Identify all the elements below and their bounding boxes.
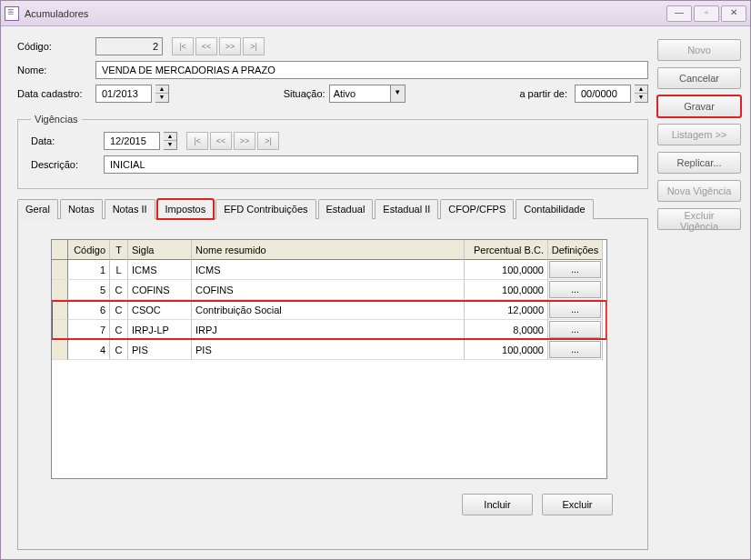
- maximize-button[interactable]: ▫: [694, 5, 719, 22]
- a-partir-de-field[interactable]: [575, 85, 631, 103]
- situacao-combo[interactable]: Ativo ▼: [329, 85, 406, 103]
- definicoes-button[interactable]: ...: [549, 301, 601, 318]
- table-row[interactable]: 4 C PIS PIS 100,0000 ...: [52, 340, 606, 360]
- vig-data-input[interactable]: [108, 135, 155, 147]
- row-header-cell[interactable]: [52, 300, 68, 320]
- cell-codigo[interactable]: 7: [68, 320, 110, 340]
- spin-up-icon[interactable]: ▲: [635, 85, 647, 94]
- descricao-field[interactable]: [104, 155, 638, 174]
- vig-data-field[interactable]: [104, 132, 160, 150]
- vig-data-spinner[interactable]: ▲ ▼: [164, 132, 177, 150]
- tab-geral[interactable]: Geral: [17, 199, 58, 219]
- cell-codigo[interactable]: 6: [68, 300, 110, 320]
- cell-perc[interactable]: 100,0000: [465, 280, 548, 300]
- row-header-cell[interactable]: [52, 260, 68, 280]
- data-cadastro-spinner[interactable]: ▲ ▼: [155, 85, 169, 103]
- definicoes-button[interactable]: ...: [549, 261, 601, 278]
- row-header-cell[interactable]: [52, 320, 68, 340]
- tab-cfop[interactable]: CFOP/CFPS: [440, 199, 514, 219]
- cell-codigo[interactable]: 1: [68, 260, 110, 280]
- table-row[interactable]: 6 C CSOC Contribuição Social 12,0000 ...: [52, 300, 606, 320]
- tab-contabilidade[interactable]: Contabilidade: [516, 199, 593, 219]
- nav-prev[interactable]: <<: [210, 132, 232, 150]
- tab-estadual[interactable]: Estadual: [318, 199, 374, 219]
- cell-t[interactable]: C: [110, 320, 128, 340]
- novo-button[interactable]: Novo: [657, 39, 741, 61]
- col-sigla[interactable]: Sigla: [128, 240, 192, 260]
- cell-nome[interactable]: COFINS: [192, 280, 465, 300]
- excluir-button[interactable]: Excluir: [542, 494, 613, 515]
- excluir-vigencia-button[interactable]: Excluir Vigência: [657, 208, 741, 230]
- col-def[interactable]: Definições: [548, 240, 603, 260]
- nav-last[interactable]: >|: [257, 132, 279, 150]
- nav-first[interactable]: |<: [172, 37, 194, 55]
- tab-impostos[interactable]: Impostos: [157, 199, 215, 219]
- spin-down-icon[interactable]: ▼: [155, 94, 168, 102]
- definicoes-button[interactable]: ...: [549, 281, 601, 298]
- cell-sigla[interactable]: IRPJ-LP: [128, 320, 192, 340]
- nav-prev[interactable]: <<: [195, 37, 217, 55]
- nav-next[interactable]: >>: [234, 132, 255, 150]
- table-row[interactable]: 1 L ICMS ICMS 100,0000 ...: [52, 260, 606, 280]
- cell-t[interactable]: C: [110, 300, 128, 320]
- data-cadastro-field[interactable]: [95, 85, 152, 103]
- a-partir-de-label: a partir de:: [519, 88, 567, 99]
- cell-t[interactable]: C: [110, 340, 128, 360]
- cell-sigla[interactable]: ICMS: [128, 260, 192, 280]
- nav-last[interactable]: >|: [243, 37, 265, 55]
- close-button[interactable]: ✕: [721, 5, 746, 22]
- tab-estadual-ii[interactable]: Estadual II: [375, 199, 438, 219]
- gravar-button[interactable]: Gravar: [657, 95, 741, 117]
- spin-down-icon[interactable]: ▼: [635, 94, 647, 102]
- cell-codigo[interactable]: 5: [68, 280, 110, 300]
- tab-efd[interactable]: EFD Contribuições: [215, 199, 315, 219]
- cell-perc[interactable]: 12,0000: [465, 300, 548, 320]
- cell-codigo[interactable]: 4: [68, 340, 110, 360]
- nav-next[interactable]: >>: [219, 37, 241, 55]
- listagem-button[interactable]: Listagem >>: [657, 124, 741, 145]
- cell-t[interactable]: C: [110, 280, 128, 300]
- cell-sigla[interactable]: PIS: [128, 340, 192, 360]
- tab-notas[interactable]: Notas: [60, 199, 103, 219]
- incluir-button[interactable]: Incluir: [462, 494, 533, 515]
- cell-nome[interactable]: Contribuição Social: [192, 300, 465, 320]
- table-row[interactable]: 7 C IRPJ-LP IRPJ 8,0000 ...: [52, 320, 606, 340]
- data-cadastro-input[interactable]: [100, 87, 147, 100]
- impostos-grid: Código T Sigla Nome resumido Percentual …: [51, 239, 607, 479]
- a-partir-de-spinner[interactable]: ▲ ▼: [635, 85, 648, 103]
- row-header-cell[interactable]: [52, 280, 68, 300]
- col-perc[interactable]: Percentual B.C.: [465, 240, 548, 260]
- minimize-button[interactable]: —: [666, 5, 692, 22]
- spin-up-icon[interactable]: ▲: [164, 133, 176, 141]
- codigo-field: 2: [95, 37, 163, 55]
- row-header-cell[interactable]: [52, 340, 68, 360]
- cell-sigla[interactable]: COFINS: [128, 280, 192, 300]
- table-row[interactable]: 5 C COFINS COFINS 100,0000 ...: [52, 280, 606, 300]
- nova-vigencia-button[interactable]: Nova Vigência: [657, 180, 741, 202]
- cancelar-button[interactable]: Cancelar: [657, 67, 741, 89]
- cell-nome[interactable]: IRPJ: [192, 320, 465, 340]
- replicar-button[interactable]: Replicar...: [657, 152, 741, 174]
- situacao-field[interactable]: Ativo: [329, 85, 391, 103]
- chevron-down-icon[interactable]: ▼: [391, 85, 406, 103]
- definicoes-button[interactable]: ...: [549, 321, 601, 338]
- tab-notas-ii[interactable]: Notas II: [105, 199, 155, 219]
- cell-perc[interactable]: 100,0000: [465, 340, 548, 360]
- nome-field[interactable]: [95, 61, 648, 79]
- nav-first[interactable]: |<: [186, 132, 208, 150]
- cell-perc[interactable]: 8,0000: [465, 320, 548, 340]
- cell-sigla[interactable]: CSOC: [128, 300, 192, 320]
- col-t[interactable]: T: [110, 240, 128, 260]
- cell-perc[interactable]: 100,0000: [465, 260, 548, 280]
- nome-input[interactable]: [100, 64, 644, 76]
- cell-t[interactable]: L: [110, 260, 128, 280]
- col-nome[interactable]: Nome resumido: [192, 240, 465, 260]
- cell-nome[interactable]: ICMS: [192, 260, 465, 280]
- spin-up-icon[interactable]: ▲: [155, 85, 168, 94]
- descricao-input[interactable]: [108, 158, 634, 171]
- cell-nome[interactable]: PIS: [192, 340, 465, 360]
- col-codigo[interactable]: Código: [68, 240, 110, 260]
- a-partir-de-input[interactable]: [579, 87, 626, 100]
- spin-down-icon[interactable]: ▼: [164, 141, 176, 149]
- definicoes-button[interactable]: ...: [549, 341, 601, 358]
